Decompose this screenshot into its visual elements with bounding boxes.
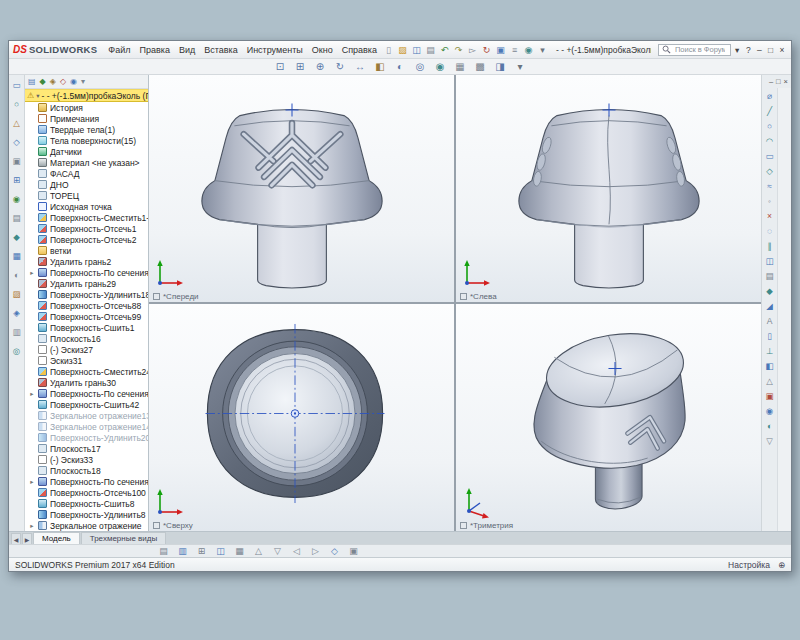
menu-item[interactable]: Правка [136, 43, 174, 57]
doc-close-icon[interactable]: × [784, 77, 788, 86]
expand-arrow-icon[interactable]: ▸ [29, 522, 35, 530]
close-icon[interactable]: × [777, 45, 787, 55]
smart-dimension-icon[interactable]: ⌀ [764, 90, 776, 102]
hole-icon[interactable]: ◉ [764, 405, 776, 417]
analysis-icon[interactable]: ◆ [11, 231, 23, 243]
trim-icon[interactable]: × [764, 210, 776, 222]
viewport-trimetric[interactable]: *Триметрия [456, 304, 761, 531]
tree-item[interactable]: Поверхность-Сшить42 [26, 399, 148, 410]
redo-icon[interactable]: ↷ [452, 43, 465, 56]
tree-item[interactable]: Материал <не указан> [26, 157, 148, 168]
edit-appearance-icon[interactable]: ◉ [434, 60, 447, 73]
tree-item[interactable]: Плоскость16 [26, 333, 148, 344]
tree-item[interactable]: Удалить грань29 [26, 278, 148, 289]
circle-icon[interactable]: ○ [764, 120, 776, 132]
displaymanager-tab-icon[interactable]: ◉ [70, 77, 77, 86]
plane-icon[interactable]: ▯ [764, 330, 776, 342]
tree-item[interactable]: Плоскость17 [26, 443, 148, 454]
view-orientation-icon[interactable]: ◧ [374, 60, 387, 73]
expand-arrow-icon[interactable]: ▸ [29, 478, 35, 486]
line-icon[interactable]: ╱ [764, 105, 776, 117]
tree-item[interactable]: Поверхность-Отсечь88 [26, 300, 148, 311]
up-icon[interactable]: △ [252, 545, 265, 558]
reference-icon[interactable]: ◎ [11, 345, 23, 357]
point-icon[interactable]: ◦ [764, 195, 776, 207]
rotate-view-icon[interactable]: ↻ [334, 60, 347, 73]
tree-item[interactable]: Твердые тела(1) [26, 124, 148, 135]
restore-icon[interactable]: □ [766, 45, 776, 55]
tab-scroll-left-icon[interactable]: ◀ [11, 533, 21, 544]
toolbox-icon[interactable]: ▦ [11, 250, 23, 262]
spline-icon[interactable]: ≈ [764, 180, 776, 192]
mate-icon[interactable]: ◇ [11, 136, 23, 148]
save-icon[interactable]: ◫ [410, 43, 423, 56]
text-icon[interactable]: A [764, 315, 776, 327]
expand-arrow-icon[interactable]: ▸ [29, 390, 35, 398]
tree-item[interactable]: Исходная точка [26, 201, 148, 212]
featuremanager-tab-icon[interactable]: ▤ [28, 77, 36, 86]
tree-item[interactable]: Тела поверхности(15) [26, 135, 148, 146]
doc-restore-icon[interactable]: □ [776, 77, 781, 86]
menu-item[interactable]: Вид [175, 43, 199, 57]
appearance-icon[interactable]: ◉ [522, 43, 535, 56]
pin-icon[interactable]: ▾ [81, 77, 85, 86]
tree-item[interactable]: ▸ Зеркальное отражение [26, 520, 148, 531]
simulation-icon[interactable]: ⊞ [11, 174, 23, 186]
zoom-fit-icon[interactable]: ⊡ [274, 60, 287, 73]
model-top-view[interactable] [195, 322, 395, 505]
shell-icon[interactable]: ◐ [764, 420, 776, 432]
library-icon[interactable]: ◐ [11, 269, 23, 281]
grid-icon[interactable]: ▥ [11, 326, 23, 338]
grid-toggle-icon[interactable]: ⊞ [195, 545, 208, 558]
search-chevron-icon[interactable]: ▾ [732, 45, 742, 55]
viewport-front[interactable]: *Спереди [149, 75, 454, 302]
tree-item[interactable]: История [26, 102, 148, 113]
menu-item[interactable]: Окно [308, 43, 337, 57]
section-view-icon[interactable]: ◨ [494, 60, 507, 73]
tree-item[interactable]: Зеркальное отражение13 [26, 410, 148, 421]
expand-arrow-icon[interactable]: ▸ [29, 269, 35, 277]
minimize-icon[interactable]: – [754, 45, 764, 55]
right-icon[interactable]: ▷ [309, 545, 322, 558]
print-icon[interactable]: ▤ [424, 43, 437, 56]
tree-item[interactable]: Удалить грань2 [26, 256, 148, 267]
search-input[interactable] [673, 44, 727, 55]
view-settings-icon[interactable]: ▩ [474, 60, 487, 73]
configurationmanager-tab-icon[interactable]: ◈ [50, 77, 56, 86]
tree-item[interactable]: Примечания [26, 113, 148, 124]
pattern-icon[interactable]: ▤ [764, 270, 776, 282]
panel-icon[interactable]: ▣ [347, 545, 360, 558]
tree-item[interactable]: ▸ Поверхность-По сечениям1 [26, 267, 148, 278]
zoom-area-icon[interactable]: ⊞ [294, 60, 307, 73]
menu-item[interactable]: Инструменты [243, 43, 307, 57]
units-icon[interactable]: ◫ [214, 545, 227, 558]
tree-item[interactable]: Эскиз31 [26, 355, 148, 366]
tree-item[interactable]: (-) Эскиз33 [26, 454, 148, 465]
viewbar-chevron-icon[interactable]: ▾ [514, 60, 527, 73]
propertymanager-tab-icon[interactable]: ◆ [40, 77, 46, 86]
document-tab[interactable]: Модель [33, 532, 80, 544]
file-properties-icon[interactable]: ▣ [494, 43, 507, 56]
tree-item[interactable]: Поверхность-Сместить24 [26, 366, 148, 377]
tree-item[interactable]: Поверхность-Удлинить18 [26, 289, 148, 300]
tree-item[interactable]: Плоскость18 [26, 465, 148, 476]
surface-icon[interactable]: ◧ [764, 360, 776, 372]
pan-icon[interactable]: ↔ [354, 60, 367, 73]
tree-item[interactable]: Поверхность-Удлинить20 [26, 432, 148, 443]
features-icon[interactable]: ▭ [11, 79, 23, 91]
component-icon[interactable]: ▣ [11, 155, 23, 167]
tree-item[interactable]: Поверхность-Отсечь99 [26, 311, 148, 322]
fillet-icon[interactable]: ◆ [764, 285, 776, 297]
tree-item[interactable]: ДНО [26, 179, 148, 190]
tree-item[interactable]: Датчики [26, 146, 148, 157]
dimxpertmanager-tab-icon[interactable]: ◇ [60, 77, 66, 86]
chamfer-icon[interactable]: ◢ [764, 300, 776, 312]
polygon-icon[interactable]: ◇ [764, 165, 776, 177]
search-box[interactable] [658, 44, 731, 56]
tree-item[interactable]: Поверхность-Сшить1 [26, 322, 148, 333]
zoom-in-out-icon[interactable]: ⊕ [314, 60, 327, 73]
boss-icon[interactable]: △ [764, 375, 776, 387]
evaluate-icon[interactable]: △ [11, 117, 23, 129]
model-trimetric-view[interactable] [517, 318, 713, 516]
snap-icon[interactable]: ▥ [176, 545, 189, 558]
